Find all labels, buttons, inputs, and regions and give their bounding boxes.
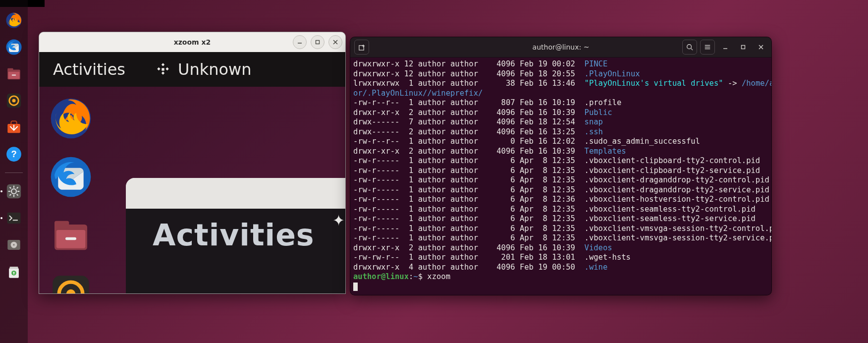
terminal-maximize-button[interactable] — [736, 40, 751, 54]
svg-rect-27 — [10, 267, 18, 269]
dock-separator — [5, 172, 23, 173]
svg-rect-5 — [12, 74, 16, 75]
close-icon — [332, 39, 338, 45]
minimize-icon — [722, 44, 728, 50]
minimize-icon — [297, 39, 303, 45]
zoomed-sub-titlebar — [126, 178, 345, 209]
zoomed-thunderbird-icon — [49, 155, 93, 199]
xzoom-titlebar[interactable]: xzoom x2 — [39, 32, 345, 53]
dock-settings[interactable] — [3, 181, 24, 202]
search-icon — [686, 44, 693, 51]
close-icon — [758, 44, 764, 50]
xzoom-title: xzoom x2 — [174, 38, 211, 46]
svg-rect-52 — [742, 46, 745, 49]
rhythmbox-icon — [5, 92, 22, 109]
terminal-window[interactable]: author@linux: ~ drwxrwxr-x 12 author aut… — [350, 37, 772, 295]
settings-icon — [5, 183, 22, 200]
zoomed-unknown: Unknown — [155, 60, 252, 79]
svg-rect-37 — [54, 221, 69, 229]
zoomed-files-icon — [49, 214, 93, 257]
help-icon: ? — [5, 146, 22, 163]
xzoom-window-controls — [293, 35, 342, 49]
zoomed-subwindow: Activities — [126, 178, 345, 293]
files-icon — [5, 65, 22, 82]
terminal-title: author@linux: ~ — [533, 43, 590, 51]
trash-icon — [5, 263, 22, 280]
maximize-button[interactable] — [311, 35, 325, 49]
svg-text:?: ? — [11, 149, 16, 159]
svg-rect-30 — [316, 41, 320, 44]
new-tab-icon — [358, 44, 366, 51]
search-button[interactable] — [682, 40, 697, 55]
svg-rect-33 — [162, 68, 164, 70]
xzoom-viewport: Activities Unknown Activities ✦ — [39, 52, 345, 293]
svg-rect-39 — [65, 237, 76, 240]
zoomed-topbar: Activities Unknown — [39, 52, 345, 87]
zoomed-sub-body: Activities — [126, 209, 345, 293]
terminal-close-button[interactable] — [754, 40, 768, 54]
dock: ? — [0, 0, 28, 343]
terminal-dock-icon — [5, 210, 22, 227]
dock-thunderbird[interactable] — [3, 37, 24, 57]
zoomed-sub-activities-label: Activities — [153, 218, 315, 252]
terminal-body[interactable]: drwxrwxr-x 12 author author 4096 Feb 19 … — [350, 57, 771, 295]
terminal-titlebar[interactable]: author@linux: ~ — [350, 37, 771, 57]
firefox-icon — [5, 12, 22, 29]
zoomed-rhythmbox-icon — [49, 272, 93, 293]
dock-help[interactable]: ? — [3, 144, 24, 165]
maximize-icon — [315, 39, 321, 45]
zoomed-activities-label: Activities — [53, 60, 125, 79]
svg-point-46 — [687, 45, 692, 49]
svg-point-25 — [13, 244, 15, 246]
thunderbird-icon — [5, 39, 22, 56]
hamburger-icon — [704, 44, 711, 51]
software-icon — [5, 119, 22, 136]
dock-firefox[interactable] — [3, 10, 24, 31]
minimize-button[interactable] — [293, 35, 307, 49]
unknown-app-icon — [155, 61, 171, 77]
dock-software[interactable] — [3, 117, 24, 138]
new-tab-button[interactable] — [354, 40, 369, 55]
dock-files[interactable] — [3, 63, 24, 84]
svg-point-8 — [12, 99, 15, 102]
svg-line-47 — [691, 49, 693, 51]
dock-rhythmbox[interactable] — [3, 90, 24, 111]
zoomed-unknown-label: Unknown — [178, 60, 252, 79]
zoomed-dock-column — [49, 97, 93, 293]
dock-disk[interactable] — [3, 234, 24, 255]
maximize-icon — [740, 44, 746, 50]
dock-trash[interactable] — [3, 261, 24, 282]
svg-rect-22 — [7, 213, 21, 224]
zoomed-firefox-icon — [49, 97, 93, 140]
terminal-minimize-button[interactable] — [718, 40, 733, 54]
disk-icon — [5, 236, 22, 253]
close-button[interactable] — [328, 35, 342, 49]
svg-rect-3 — [7, 68, 13, 71]
menu-button[interactable] — [700, 40, 715, 55]
dock-terminal[interactable] — [3, 208, 24, 229]
xzoom-window[interactable]: xzoom x2 Activities Unknown — [39, 32, 346, 294]
zoomed-edge-glyph: ✦ — [332, 212, 345, 244]
